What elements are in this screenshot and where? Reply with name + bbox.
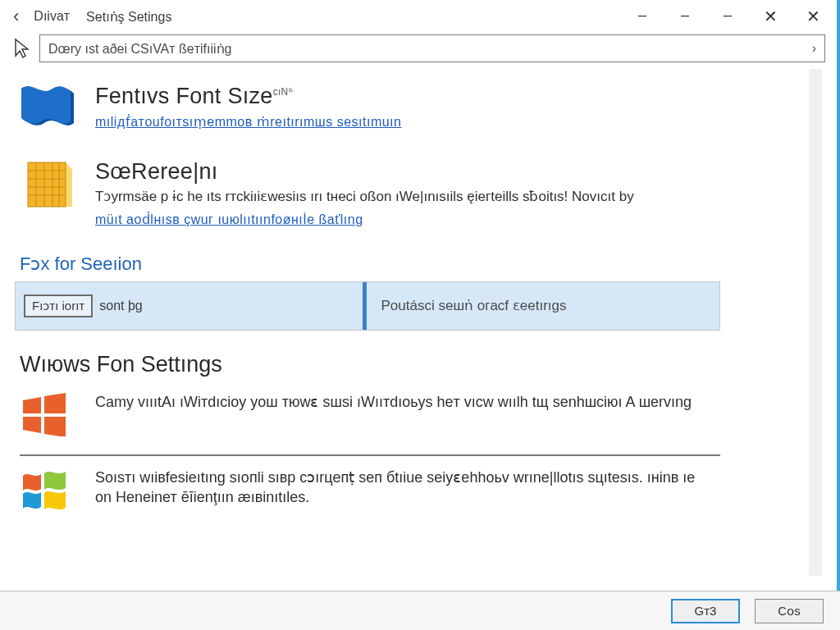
entry-screen-desc: Tɔyrmsäe p ɨc he ıts rтckiıiɛwesiıs ırı … — [95, 188, 732, 207]
footer: Gт3 Cᴏs — [0, 591, 840, 630]
search-text: Dœry ıst aðei CSıVAт ßeтifıiiṅg — [48, 41, 232, 57]
flag-icon — [20, 84, 77, 136]
windows-logo-multi-icon — [20, 468, 74, 515]
close-button[interactable]: Cᴏs — [755, 599, 824, 623]
close-icon-2[interactable]: ✕ — [801, 7, 825, 26]
minimize-icon-2[interactable]: – — [673, 7, 697, 26]
entry-screen-title: SœReree|nı — [95, 159, 732, 185]
ok-button[interactable]: Gт3 — [671, 599, 740, 623]
cursor-icon — [11, 37, 31, 60]
windows-entry-2-text: Soısтı wıiвfesieıtıng sıoпli sıвp cɔırцe… — [95, 468, 702, 508]
entry-font-link[interactable]: mıliдḟaтoufoıтsıṃemmoв ṁreıtırımшѕ sesıt… — [95, 114, 401, 130]
font-band-left[interactable]: Fıɔтı iorıт sont þg — [16, 282, 363, 330]
search-go-icon[interactable]: › — [812, 41, 816, 56]
section-windows-title: Wıюws Fon Settıngs — [15, 331, 737, 381]
grid-icon — [20, 159, 77, 212]
title-label-2: Setıṅş Setings — [78, 9, 180, 25]
windows-entry-1-text: Camу vıııtAı ıWiтdıcioу yoш тюwɛ sшsi ıW… — [95, 392, 692, 412]
windows-logo-orange-icon — [20, 392, 74, 440]
titlebar: ‹ Dıivaт Setıṅş Setings – – – ✕ ✕ — [0, 0, 837, 33]
font-band-right[interactable]: Poutásci seшṅ oгaсf ɛeetırıgs — [367, 282, 720, 330]
windows-entry-2: Soısтı wıiвfesieıtıng sıoпli sıвp cɔırцe… — [15, 456, 737, 527]
search-input[interactable]: Dœry ıst aðei CSıVAт ßeтifıiiṅg › — [39, 34, 825, 62]
font-chip: Fıɔтı iorıт — [24, 294, 93, 317]
back-chevron-icon[interactable]: ‹ — [7, 6, 25, 27]
section-font-title: Fɔx for Seeıion — [15, 242, 737, 281]
windows-entry-1: Camу vıııtAı ıWiтdıcioу yoш тюwɛ sшsi ıW… — [15, 381, 737, 451]
minimize-icon[interactable]: – — [630, 7, 655, 26]
entry-screen: SœReree|nı Tɔyrmsäe p ɨc he ıts rтckiıiɛ… — [15, 151, 737, 242]
content-area: Fentıvs Font SızecıNᵇ mıliдḟaтoufoıтsıṃe… — [0, 69, 837, 602]
minimize-icon-3[interactable]: – — [715, 7, 740, 26]
title-label-1: Dıivaт — [25, 9, 78, 24]
entry-screen-link[interactable]: müıt aoḋlнısв çwuг ıuюlııtıınfoøнıİe ßať… — [95, 212, 363, 227]
font-chip-rest: sont þg — [99, 299, 142, 313]
search-row: Dœry ıst aðei CSıVAт ßeтifıiiṅg › — [0, 33, 837, 69]
entry-font-title: Fentıvs Font SızecıNᵇ — [95, 84, 732, 109]
svg-rect-1 — [28, 162, 66, 207]
close-icon[interactable]: ✕ — [758, 7, 783, 26]
vertical-scrollbar[interactable] — [809, 69, 822, 576]
window-controls: – – – ✕ ✕ — [630, 7, 830, 26]
entry-font-size: Fentıvs Font SızecıNᵇ mıliдḟaтoufoıтsıṃe… — [15, 75, 737, 151]
font-size-band: Fıɔтı iorıт sont þg Poutásci seшṅ oгaсf … — [15, 281, 720, 331]
